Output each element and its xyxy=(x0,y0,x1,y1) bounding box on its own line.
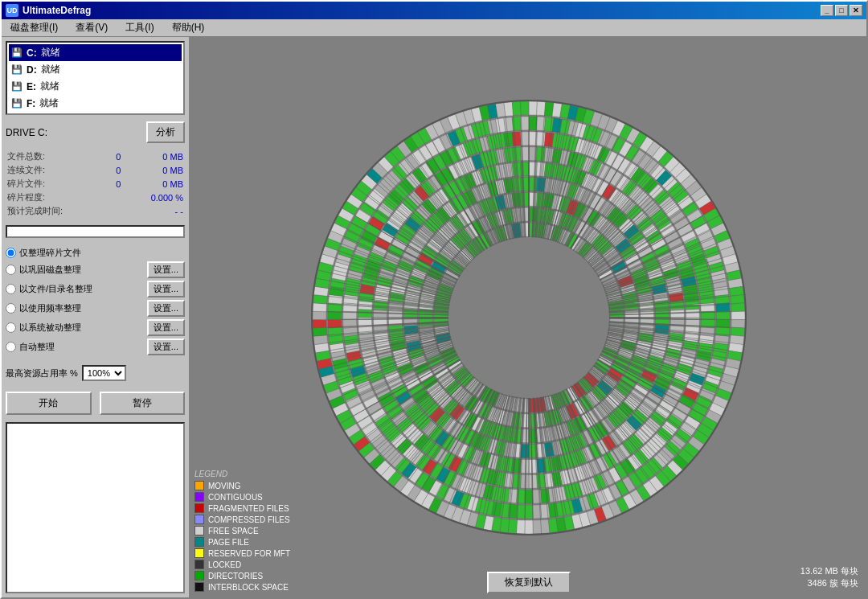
legend-color-pagefile xyxy=(194,537,204,547)
resource-select[interactable]: 100% 75% 50% 25% xyxy=(82,365,126,381)
legend-label-contiguous: CONTIGUOUS xyxy=(208,493,263,502)
stat-val-frag-pct: 0.000 % xyxy=(122,191,185,204)
legend-color-mft xyxy=(194,548,204,558)
disk-container xyxy=(296,84,762,551)
drive-e-icon: 💾 xyxy=(11,81,23,92)
option-radio-1[interactable] xyxy=(6,265,16,275)
drive-item-e[interactable]: 💾 E: 就绪 xyxy=(9,78,182,95)
settings-btn-4[interactable]: 设置... xyxy=(147,319,185,336)
stat-val-eta: - - xyxy=(122,204,185,218)
option-row-2: 以文件/目录名整理 设置... xyxy=(6,281,185,297)
legend-label-directories: DIRECTORIES xyxy=(208,572,263,581)
option-row-1: 以巩固磁盘整理 设置... xyxy=(6,261,185,278)
analyze-button[interactable]: 分析 xyxy=(146,121,185,143)
legend-free: FREE SPACE xyxy=(194,526,290,535)
drive-c-header: DRIVE C: 分析 xyxy=(6,121,185,143)
drive-stats: 文件总数: 0 0 MB 连续文件: 0 0 MB 碎片文件: 0 0 MB xyxy=(6,150,185,218)
legend-label-moving: MOVING xyxy=(208,482,241,490)
option-radio-3[interactable] xyxy=(6,303,16,314)
drive-c-icon: 💾 xyxy=(11,47,23,58)
log-area xyxy=(6,422,185,593)
option-label-2[interactable]: 以文件/目录名整理 xyxy=(6,283,92,295)
stat-val-files-count: 0 xyxy=(108,150,123,163)
option-radio-4[interactable] xyxy=(6,322,16,333)
option-radio-2[interactable] xyxy=(6,284,16,294)
legend-color-directories xyxy=(194,571,204,581)
stats-bottom-right: 13.62 MB 每块 3486 簇 每块 xyxy=(800,565,858,589)
legend-label-fragmented: FRAGMENTED FILES xyxy=(208,504,289,513)
drive-item-f[interactable]: 💾 F: 就绪 xyxy=(9,95,182,112)
legend-label-compressed: COMPRESSED FILES xyxy=(208,515,290,524)
legend-color-contiguous xyxy=(194,492,204,502)
legend-label-locked: LOCKED xyxy=(208,560,241,569)
main-window: UD UltimateDefrag _ □ ✕ 磁盘整理(I) 查看(V) 工具… xyxy=(0,0,868,599)
legend-contiguous: CONTIGUOUS xyxy=(194,492,290,502)
window-title: UltimateDefrag xyxy=(23,5,91,16)
resource-row: 最高资源占用率 % 100% 75% 50% 25% xyxy=(6,365,185,381)
legend-color-free xyxy=(194,526,204,535)
menu-disk[interactable]: 磁盘整理(I) xyxy=(6,19,63,36)
drive-item-c[interactable]: 💾 C: 就绪 xyxy=(9,44,182,61)
drive-c-letter: C: xyxy=(27,47,37,59)
legend-label-mft: RESERVED FOR MFT xyxy=(208,549,290,558)
progress-bar xyxy=(6,225,185,238)
stat-label-eta: 预计完成时间: xyxy=(6,204,108,218)
legend-fragmented: FRAGMENTED FILES xyxy=(194,503,290,513)
legend-panel: LEGEND MOVING CONTIGUOUS FRAGMENTED FILE… xyxy=(194,470,290,593)
minimize-button[interactable]: _ xyxy=(821,5,833,16)
title-bar: UD UltimateDefrag _ □ ✕ xyxy=(2,2,866,19)
option-label-0[interactable]: 仅整理碎片文件 xyxy=(6,247,81,259)
settings-btn-2[interactable]: 设置... xyxy=(147,281,185,297)
option-label-4[interactable]: 以系统被动整理 xyxy=(6,322,81,334)
stat-val-contiguous-count: 0 xyxy=(108,163,123,177)
maximize-button[interactable]: □ xyxy=(835,5,848,16)
stat-val-fragmented-count: 0 xyxy=(108,177,123,191)
drive-e-letter: E: xyxy=(27,81,36,92)
settings-btn-5[interactable]: 设置... xyxy=(147,338,185,355)
settings-btn-1[interactable]: 设置... xyxy=(147,261,185,278)
legend-label-interblock: INTERBLOCK SPACE xyxy=(208,583,289,592)
drive-c-status: 就绪 xyxy=(41,46,60,59)
menu-view[interactable]: 查看(V) xyxy=(71,19,113,36)
legend-mft: RESERVED FOR MFT xyxy=(194,548,290,558)
close-button[interactable]: ✕ xyxy=(850,5,862,16)
pause-button[interactable]: 暂停 xyxy=(100,392,186,415)
drive-f-icon: 💾 xyxy=(11,98,23,109)
option-row-5: 自动整理 设置... xyxy=(6,338,185,355)
legend-title: LEGEND xyxy=(194,470,290,478)
drive-list: 💾 C: 就绪 💾 D: 就绪 💾 E: 就绪 💾 F: 就绪 xyxy=(6,41,185,115)
defrag-options: 仅整理碎片文件 以巩固磁盘整理 设置... 以文件/目录名整理 设置... xyxy=(6,247,185,355)
action-buttons: 开始 暂停 xyxy=(6,392,185,415)
main-area: LEGEND MOVING CONTIGUOUS FRAGMENTED FILE… xyxy=(190,37,866,597)
blocks-per-track: 3486 簇 每块 xyxy=(800,577,858,589)
title-controls: _ □ ✕ xyxy=(821,5,862,16)
drive-item-d[interactable]: 💾 D: 就绪 xyxy=(9,61,182,78)
app-icon: UD xyxy=(6,4,18,17)
option-label-1[interactable]: 以巩固磁盘整理 xyxy=(6,264,81,276)
drive-d-status: 就绪 xyxy=(41,63,60,76)
option-label-3[interactable]: 以使用频率整理 xyxy=(6,302,81,314)
stat-val-contiguous-mb: 0 MB xyxy=(122,163,185,177)
legend-locked: LOCKED xyxy=(194,560,290,569)
stat-val-files-mb: 0 MB xyxy=(122,150,185,163)
restore-button[interactable]: 恢复到默认 xyxy=(487,572,571,593)
legend-color-interblock xyxy=(194,582,204,592)
settings-btn-3[interactable]: 设置... xyxy=(147,300,185,317)
legend-color-fragmented xyxy=(194,503,204,513)
legend-directories: DIRECTORIES xyxy=(194,571,290,581)
title-bar-left: UD UltimateDefrag xyxy=(6,4,91,17)
stat-val-frag-pct-empty xyxy=(108,191,123,204)
stat-label-fragmented: 碎片文件: xyxy=(6,177,108,191)
option-radio-0[interactable] xyxy=(6,248,16,258)
option-radio-5[interactable] xyxy=(6,342,16,352)
drive-e-status: 就绪 xyxy=(40,80,59,93)
menu-help[interactable]: 帮助(H) xyxy=(167,19,210,36)
mb-per-block: 13.62 MB 每块 xyxy=(800,565,858,577)
menu-tools[interactable]: 工具(I) xyxy=(121,19,158,36)
option-label-5[interactable]: 自动整理 xyxy=(6,341,55,353)
legend-interblock: INTERBLOCK SPACE xyxy=(194,582,290,592)
start-button[interactable]: 开始 xyxy=(6,392,92,415)
legend-color-locked xyxy=(194,560,204,569)
legend-label-pagefile: PAGE FILE xyxy=(208,538,249,547)
drive-d-icon: 💾 xyxy=(11,64,23,75)
